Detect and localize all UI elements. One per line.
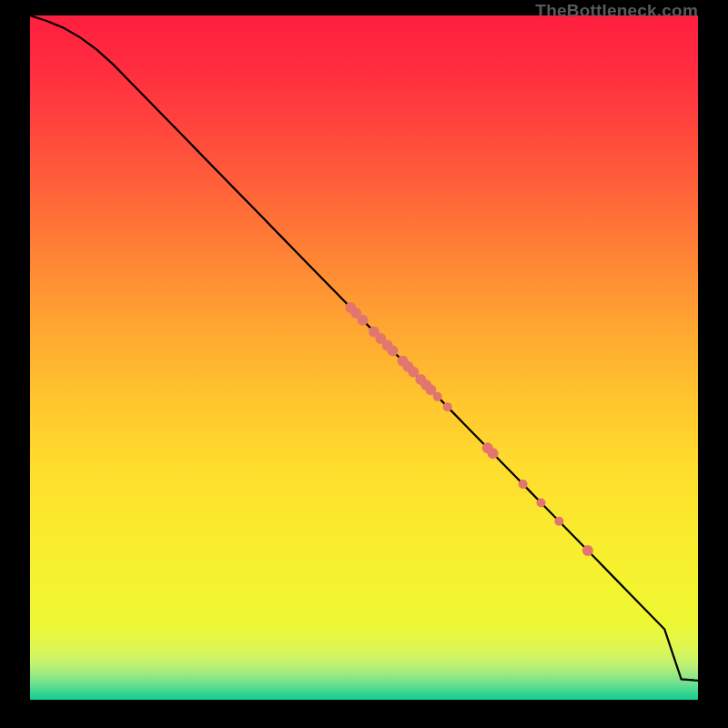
chart-stage: TheBottleneck.com [0,0,728,728]
data-marker [519,480,528,489]
data-marker [582,545,593,556]
data-marker [433,392,442,401]
watermark-label: TheBottleneck.com [535,1,698,21]
data-marker [537,498,546,507]
data-marker [443,402,452,411]
chart-overlay [30,15,698,700]
plot-area [30,15,698,700]
data-marker [554,517,563,526]
data-marker [388,345,399,356]
data-marker [358,315,369,326]
data-marker [488,448,499,459]
trend-line [30,15,698,681]
